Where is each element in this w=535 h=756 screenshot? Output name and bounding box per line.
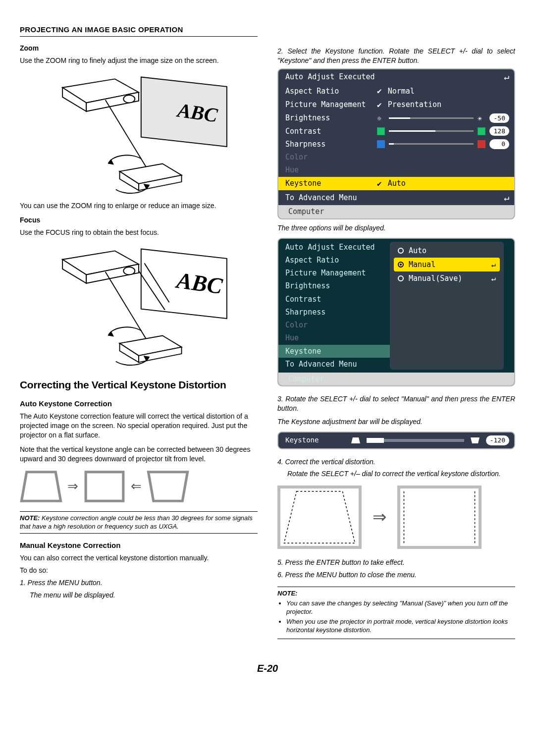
- step-4a: 4. Correct the vertical distortion.: [277, 457, 515, 467]
- menu-row-color: Color: [278, 151, 514, 163]
- svg-point-5: [123, 95, 135, 103]
- kb-slider[interactable]: [367, 439, 464, 442]
- enter-icon: ↵: [491, 273, 496, 283]
- zoom-caption: You can use the ZOOM ring to enlarge or …: [20, 201, 258, 211]
- option-auto[interactable]: Auto: [394, 244, 500, 258]
- m2-source: Computer: [278, 373, 514, 385]
- enter-icon: ↵: [491, 260, 496, 270]
- menu-row-keystone[interactable]: Keystone ✔Auto: [278, 177, 514, 191]
- menu-row-contrast[interactable]: Contrast 128: [278, 125, 514, 138]
- radio-icon: [398, 275, 404, 281]
- note-bullet-2: When you use the projector in portrait m…: [286, 617, 515, 635]
- svg-marker-26: [21, 472, 60, 501]
- sharp-low-icon: [377, 140, 385, 148]
- svg-marker-31: [284, 491, 355, 543]
- m2-keystone[interactable]: Keystone: [278, 345, 390, 358]
- menu-row-hue: Hue: [278, 163, 514, 176]
- contrast-slider[interactable]: [389, 129, 474, 133]
- option-label: Auto: [409, 246, 427, 256]
- step-3: 3. Rotate the SELECT +/- dial to select …: [277, 394, 515, 413]
- brightness-slider[interactable]: [389, 116, 474, 120]
- m2-contrast: Contrast: [278, 293, 390, 306]
- trapezoid-left: [20, 469, 62, 504]
- option-manual[interactable]: Manual ↵: [394, 258, 500, 271]
- right-column: 2. Select the Keystone function. Rotate …: [277, 25, 515, 639]
- m2-aspect: Aspect Ratio: [278, 254, 390, 267]
- svg-point-19: [123, 267, 135, 274]
- contrast-value: 128: [489, 126, 509, 136]
- menu-label: To Advanced Menu: [285, 193, 377, 203]
- corrected-box: [397, 486, 482, 549]
- menu-value: Normal: [388, 86, 415, 96]
- m2-brightness: Brightness: [278, 279, 390, 292]
- menu-label: Auto Adjust Executed: [285, 72, 377, 82]
- menu-row-picture[interactable]: Picture Management ✔Presentation: [278, 98, 514, 112]
- manual-keystone-p2: To do so:: [20, 566, 258, 575]
- trapezoid-right: [147, 469, 189, 504]
- menu-row-advanced[interactable]: To Advanced Menu ↵: [278, 190, 514, 205]
- step-4b: Rotate the SELECT +/– dial to correct th…: [277, 469, 515, 479]
- svg-marker-29: [351, 437, 360, 443]
- m2-picture: Picture Management: [278, 267, 390, 279]
- option-manual-save[interactable]: Manual(Save) ↵: [394, 271, 500, 285]
- check-icon: ✔: [377, 86, 382, 97]
- contrast-low-icon: [377, 127, 385, 135]
- osd-menu-keystone-options: Auto Adjust Executed Aspect Ratio Pictur…: [277, 238, 515, 387]
- note-keystone-angle: NOTE: Keystone correction angle could be…: [20, 511, 258, 534]
- keystone-adjust-bar[interactable]: Keystone -120: [277, 432, 515, 449]
- sharpness-slider[interactable]: [389, 142, 474, 146]
- brightness-value: -50: [489, 113, 509, 123]
- svg-marker-30: [471, 437, 480, 443]
- auto-keystone-heading: Auto Keystone Correction: [20, 399, 258, 409]
- left-column: PROJECTING AN IMAGE BASIC OPERATION Zoom…: [20, 25, 258, 639]
- sun-dim-icon: ☼: [377, 114, 385, 122]
- menu-label: Keystone: [285, 178, 377, 188]
- menu-label: Picture Management: [285, 100, 377, 109]
- radio-selected-icon: [398, 262, 404, 268]
- focus-paragraph: Use the FOCUS ring to obtain the best fo…: [20, 228, 258, 237]
- radio-icon: [398, 248, 404, 254]
- menu-row-aspect[interactable]: Aspect Ratio ✔Normal: [278, 84, 514, 98]
- svg-line-20: [106, 271, 146, 338]
- keystone-options: Auto Manual ↵ Manual(Save) ↵: [390, 242, 504, 370]
- menu-label: Brightness: [285, 113, 377, 123]
- sharp-high-icon: [478, 140, 485, 148]
- manual-keystone-p1: You can also correct the vertical keysto…: [20, 553, 258, 563]
- note-label: NOTE:: [20, 514, 40, 522]
- osd-menu-basic: Auto Adjust Executed ↵ Aspect Ratio ✔Nor…: [277, 68, 515, 219]
- check-icon: ✔: [377, 100, 382, 110]
- step-2: 2. Select the Keystone function. Rotate …: [277, 47, 515, 65]
- m2-sharpness: Sharpness: [278, 306, 390, 319]
- m2-hue: Hue: [278, 331, 390, 344]
- m2-autoadjust: Auto Adjust Executed: [278, 241, 390, 254]
- svg-rect-27: [86, 472, 123, 501]
- svg-line-6: [106, 100, 146, 167]
- focus-heading: Focus: [20, 216, 258, 225]
- menu-label: Contrast: [285, 126, 377, 136]
- menu-value: Presentation: [388, 100, 441, 109]
- step-5: 5. Press the ENTER button to take effect…: [277, 558, 515, 567]
- page-number: E-20: [20, 662, 515, 675]
- focus-illustration: ABC: [20, 243, 258, 367]
- m2-advanced: To Advanced Menu: [278, 358, 390, 371]
- svg-marker-28: [148, 472, 187, 501]
- check-icon: ✔: [377, 178, 382, 189]
- step-6: 6. Press the MENU button to close the me…: [277, 570, 515, 580]
- menu-row-sharpness[interactable]: Sharpness 0: [278, 138, 514, 151]
- caption-bar: The Keystone adjustment bar will be disp…: [277, 417, 515, 427]
- step-1b: The menu will be displayed.: [20, 591, 258, 600]
- enter-icon: ↵: [504, 192, 509, 204]
- trapezoid-narrow-top-icon: [351, 436, 361, 444]
- menu-row-autoadjust[interactable]: Auto Adjust Executed ↵: [278, 69, 514, 84]
- menu-row-brightness[interactable]: Brightness ☼ ☀ -50: [278, 111, 514, 124]
- arrow-left-icon: ⇐: [131, 478, 142, 495]
- m2-color: Color: [278, 319, 390, 331]
- arrow-right-icon: ⇒: [373, 506, 386, 529]
- menu-value: Auto: [388, 178, 406, 188]
- zoom-paragraph: Use the ZOOM ring to finely adjust the i…: [20, 56, 258, 65]
- kb-value: -120: [486, 435, 509, 445]
- kb-label: Keystone: [285, 435, 345, 445]
- section-header: PROJECTING AN IMAGE BASIC OPERATION: [20, 25, 258, 37]
- trapezoid-narrow-bottom-icon: [470, 436, 480, 444]
- sharpness-value: 0: [489, 139, 509, 149]
